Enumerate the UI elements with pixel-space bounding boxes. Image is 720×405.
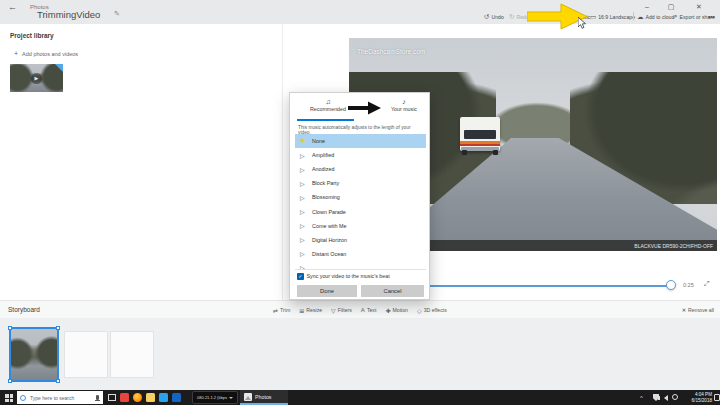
volume-icon[interactable] bbox=[664, 395, 668, 401]
taskbar-search[interactable]: Type here to search bbox=[17, 391, 103, 404]
add-photos-videos-button[interactable]: + Add photos and videos bbox=[14, 50, 78, 57]
track-play-icon[interactable]: ▷ bbox=[300, 194, 312, 201]
motion-button[interactable]: ✚ Motion bbox=[385, 307, 408, 314]
taskbar-app-icon-blue[interactable] bbox=[159, 393, 168, 402]
edit-title-icon[interactable]: ✎ bbox=[114, 10, 120, 18]
start-button[interactable] bbox=[5, 394, 13, 402]
seek-thumb[interactable] bbox=[666, 280, 676, 290]
track-label: None bbox=[312, 138, 325, 144]
resize-icon: ⊞ bbox=[299, 307, 304, 314]
redo-button[interactable]: ↻ Redo bbox=[509, 11, 529, 22]
clip-handle[interactable] bbox=[56, 379, 60, 383]
track-label: Distant Ocean bbox=[312, 251, 346, 257]
cancel-button[interactable]: Cancel bbox=[361, 285, 424, 297]
none-sun-icon: ✳ bbox=[300, 137, 312, 145]
taskbar-app-icon-blue2[interactable] bbox=[172, 393, 181, 402]
sync-beat-checkbox-row[interactable]: ✓ Sync your video to the music's beat bbox=[297, 273, 390, 280]
more-options-button[interactable]: ••• bbox=[708, 11, 715, 22]
title-bar: ← Photos TrimmingVideo ✎ – ▢ ✕ ↺ Undo ↻ … bbox=[0, 0, 720, 24]
black-arrow-annotation bbox=[348, 100, 382, 116]
track-row-none[interactable]: ✳ None bbox=[295, 134, 426, 148]
redo-icon: ↻ bbox=[509, 13, 514, 21]
microphone-icon[interactable] bbox=[96, 395, 99, 400]
storyboard-clip-selected[interactable] bbox=[9, 327, 59, 382]
network-speed-meter[interactable]: 080.21.1.2 (kbps bbox=[192, 391, 238, 404]
fullscreen-icon[interactable]: ⤢ bbox=[704, 280, 710, 288]
your-music-icon: ♪ bbox=[382, 98, 426, 105]
track-play-icon[interactable]: ▷ bbox=[300, 222, 312, 229]
3d-effects-button[interactable]: ◇ 3D effects bbox=[417, 307, 447, 314]
storyboard-toolbar: ⇄ Trim ⊞ Resize ▽ Filters A Text ✚ Motio… bbox=[273, 304, 447, 316]
track-row-partial[interactable]: ▷ bbox=[295, 261, 426, 270]
3d-effects-icon: ◇ bbox=[417, 307, 422, 314]
filters-label: Filters bbox=[338, 307, 352, 313]
track-play-icon[interactable]: ▷ bbox=[300, 166, 312, 173]
taskbar-app-icon-red[interactable] bbox=[120, 393, 129, 402]
tray-show-hidden-icons[interactable]: ^ bbox=[640, 395, 643, 401]
add-to-cloud-button[interactable]: ☁ Add to cloud bbox=[637, 11, 674, 22]
back-button[interactable]: ← bbox=[8, 2, 17, 12]
clip-handle[interactable] bbox=[8, 379, 12, 383]
playback-time: 0:25 bbox=[683, 282, 694, 288]
track-row[interactable]: ▷ Clown Parade bbox=[295, 204, 426, 218]
checkbox-checked-icon[interactable]: ✓ bbox=[297, 273, 304, 280]
clip-handle[interactable] bbox=[8, 326, 12, 330]
taskbar-app-icon-file-explorer[interactable] bbox=[146, 393, 155, 402]
filters-icon: ▽ bbox=[331, 307, 336, 314]
cloud-icon: ☁ bbox=[637, 13, 644, 21]
done-button[interactable]: Done bbox=[297, 285, 357, 297]
photos-app-label: Photos bbox=[255, 394, 272, 400]
task-view-button[interactable] bbox=[108, 394, 116, 401]
motion-label: Motion bbox=[392, 307, 408, 313]
track-play-icon[interactable]: ▷ bbox=[300, 152, 312, 159]
add-label: Add photos and videos bbox=[22, 51, 78, 57]
share-icon: ↗ bbox=[672, 13, 677, 21]
taskbar-photos-button[interactable]: Photos bbox=[240, 390, 288, 405]
remove-all-button[interactable]: ✕ Remove all bbox=[682, 304, 714, 316]
undo-button[interactable]: ↺ Undo bbox=[484, 11, 504, 22]
library-video-thumbnail[interactable]: ▶ bbox=[10, 64, 63, 92]
track-row[interactable]: ▷ Digital Horizon bbox=[295, 233, 426, 247]
track-play-icon[interactable]: ▷ bbox=[300, 264, 312, 270]
more-icon: ••• bbox=[708, 13, 715, 20]
track-row[interactable]: ▷ Anodized bbox=[295, 162, 426, 176]
track-label: Come with Me bbox=[312, 223, 346, 229]
search-placeholder: Type here to search bbox=[30, 395, 96, 401]
track-row[interactable]: ▷ Distant Ocean bbox=[295, 247, 426, 261]
network-icon[interactable] bbox=[672, 394, 678, 400]
filters-button[interactable]: ▽ Filters bbox=[331, 307, 352, 314]
project-library-panel: Project library + Add photos and videos … bbox=[0, 24, 283, 300]
resize-button[interactable]: ⊞ Resize bbox=[299, 307, 322, 314]
selected-corner-badge bbox=[55, 64, 63, 72]
taskbar-clock[interactable]: 4:04 PM 6/15/2018 bbox=[682, 392, 712, 403]
action-center-icon[interactable] bbox=[714, 394, 720, 401]
clip-handle[interactable] bbox=[56, 326, 60, 330]
resize-label: Resize bbox=[306, 307, 322, 313]
track-row[interactable]: ▷ Block Party bbox=[295, 176, 426, 190]
taskbar-app-icon-firefox[interactable] bbox=[133, 393, 142, 402]
trim-icon: ⇄ bbox=[273, 307, 278, 314]
track-label: Block Party bbox=[312, 180, 339, 186]
storyboard-empty-slot bbox=[110, 331, 154, 378]
aspect-label: 16:9 Landscape bbox=[598, 14, 635, 20]
text-icon: A bbox=[361, 307, 365, 313]
photos-app-icon bbox=[244, 393, 252, 401]
track-row[interactable]: ▷ Blossoming bbox=[295, 190, 426, 204]
track-row[interactable]: ▷ Come with Me bbox=[295, 219, 426, 233]
tab-your-music[interactable]: ♪ Your music bbox=[382, 98, 426, 112]
trim-button[interactable]: ⇄ Trim bbox=[273, 307, 290, 314]
project-title[interactable]: TrimmingVideo bbox=[37, 9, 100, 20]
track-play-icon[interactable]: ▷ bbox=[300, 236, 312, 243]
aspect-ratio-button[interactable]: ▭ 16:9 Landscape bbox=[590, 11, 635, 22]
track-play-icon[interactable]: ▷ bbox=[300, 180, 312, 187]
text-button[interactable]: A Text bbox=[361, 307, 377, 313]
storyboard-header: Storyboard ⇄ Trim ⊞ Resize ▽ Filters A T… bbox=[0, 300, 720, 318]
track-play-icon[interactable]: ▷ bbox=[300, 208, 312, 215]
remove-all-label: Remove all bbox=[688, 307, 714, 313]
track-row[interactable]: ▷ Amplified bbox=[295, 148, 426, 162]
cloud-label: Add to cloud bbox=[646, 14, 675, 20]
track-list[interactable]: ✳ None ▷ Amplified ▷ Anodized ▷ Block Pa… bbox=[295, 134, 426, 270]
net-caret-icon bbox=[229, 397, 233, 399]
add-icon: + bbox=[14, 50, 18, 57]
track-play-icon[interactable]: ▷ bbox=[300, 250, 312, 257]
